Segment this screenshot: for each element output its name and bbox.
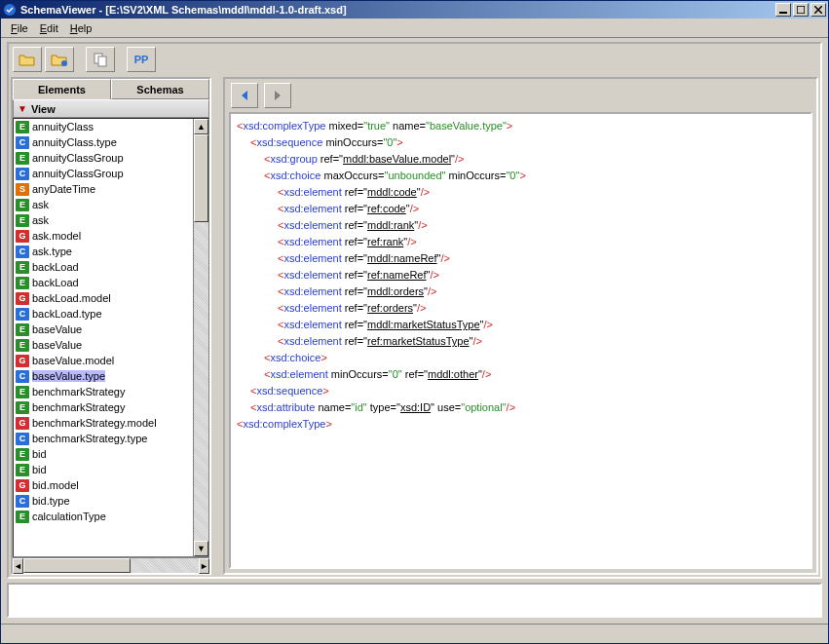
scroll-up-button[interactable]: ▲ bbox=[194, 119, 208, 134]
list-item-label: anyDateTime bbox=[32, 183, 95, 195]
type-badge-icon: E bbox=[16, 339, 29, 352]
list-item[interactable]: EannuityClass bbox=[14, 119, 193, 134]
code-pane[interactable]: <xsd:complexType mixed="true" name="base… bbox=[229, 112, 812, 569]
list-item[interactable]: Cask.type bbox=[14, 244, 193, 259]
list-item-label: benchmarkStrategy bbox=[32, 401, 125, 413]
code-line: <xsd:element ref="mddl:rank"/> bbox=[237, 217, 805, 234]
type-badge-icon: C bbox=[16, 370, 29, 383]
list-item-label: calculationType bbox=[32, 511, 106, 522]
code-line: <xsd:complexType mixed="true" name="base… bbox=[237, 118, 805, 134]
element-list[interactable]: EannuityClassCannuityClass.typeEannuityC… bbox=[14, 119, 193, 556]
list-item[interactable]: EannuityClassGroup bbox=[14, 150, 193, 166]
type-badge-icon: E bbox=[16, 448, 29, 461]
open-button[interactable] bbox=[13, 47, 42, 72]
list-item[interactable]: Gbid.model bbox=[14, 477, 193, 493]
nav-back-button[interactable] bbox=[231, 83, 258, 108]
list-item[interactable]: Ebid bbox=[14, 462, 193, 477]
list-item[interactable]: Cbid.type bbox=[14, 493, 193, 509]
list-item[interactable]: EbackLoad bbox=[14, 275, 193, 290]
scroll-thumb[interactable] bbox=[194, 134, 208, 222]
list-item[interactable]: GbenchmarkStrategy.model bbox=[14, 415, 193, 431]
right-pane: <xsd:complexType mixed="true" name="base… bbox=[223, 77, 818, 575]
maximize-button[interactable] bbox=[793, 3, 809, 17]
code-line: <xsd:element ref="ref:code"/> bbox=[237, 201, 805, 217]
type-badge-icon: E bbox=[16, 401, 29, 414]
scroll-left-button[interactable]: ◄ bbox=[13, 558, 23, 574]
type-badge-icon: G bbox=[16, 479, 29, 492]
list-item[interactable]: EbackLoad bbox=[14, 259, 193, 275]
type-badge-icon: G bbox=[16, 230, 29, 243]
list-item[interactable]: EbenchmarkStrategy bbox=[14, 399, 193, 415]
list-item[interactable]: Eask bbox=[14, 212, 193, 228]
type-badge-icon: E bbox=[16, 261, 29, 274]
code-line: <xsd:attribute name="id" type="xsd:ID" u… bbox=[237, 399, 805, 416]
list-item[interactable]: GbackLoad.model bbox=[14, 290, 193, 306]
copy-button[interactable] bbox=[86, 47, 115, 72]
type-badge-icon: E bbox=[16, 386, 29, 398]
list-item-label: baseValue bbox=[32, 339, 82, 351]
code-line: <xsd:element ref="ref:marketStatusType"/… bbox=[237, 333, 805, 350]
list-item[interactable]: EbenchmarkStrategy bbox=[14, 384, 193, 399]
list-item[interactable]: GbaseValue.model bbox=[14, 353, 193, 368]
pp-icon: PP bbox=[134, 54, 149, 65]
list-item-label: benchmarkStrategy.type bbox=[32, 433, 147, 444]
menu-edit[interactable]: Edit bbox=[34, 20, 64, 35]
pp-button[interactable]: PP bbox=[127, 47, 156, 72]
type-badge-icon: E bbox=[16, 277, 29, 289]
open-schema-button[interactable] bbox=[45, 47, 74, 72]
list-item[interactable]: EbaseValue bbox=[14, 337, 193, 353]
scroll-track[interactable] bbox=[194, 134, 208, 541]
scroll-down-button[interactable]: ▼ bbox=[194, 541, 208, 556]
nav-forward-button[interactable] bbox=[264, 83, 291, 108]
list-item[interactable]: EbaseValue bbox=[14, 322, 193, 337]
list-item-label: backLoad.type bbox=[32, 308, 102, 320]
menu-help[interactable]: Help bbox=[64, 20, 98, 35]
list-item[interactable]: CannuityClassGroup bbox=[14, 166, 193, 181]
list-item[interactable]: CannuityClass.type bbox=[14, 134, 193, 150]
type-badge-icon: C bbox=[16, 136, 29, 149]
titlebar: SchemaViewer - [E:\SV2\XML Schemas\mddl\… bbox=[1, 1, 828, 19]
list-item[interactable]: Ebid bbox=[14, 446, 193, 462]
tab-elements[interactable]: Elements bbox=[13, 79, 111, 99]
left-tabs: Elements Schemas bbox=[13, 79, 209, 99]
list-item-label: benchmarkStrategy bbox=[32, 386, 125, 398]
minimize-button[interactable] bbox=[775, 3, 791, 17]
list-item-label: baseValue.model bbox=[32, 355, 114, 366]
list-item-label: backLoad.model bbox=[32, 292, 111, 304]
list-item[interactable]: CbaseValue.type bbox=[14, 368, 193, 384]
list-item[interactable]: SanyDateTime bbox=[14, 181, 193, 197]
tab-schemas[interactable]: Schemas bbox=[111, 79, 209, 99]
view-header[interactable]: ▼ View bbox=[13, 99, 209, 118]
menu-file[interactable]: File bbox=[5, 20, 34, 35]
list-item-label: ask bbox=[32, 214, 49, 226]
scroll-right-button[interactable]: ► bbox=[199, 558, 209, 574]
list-item[interactable]: CbenchmarkStrategy.type bbox=[14, 431, 193, 446]
list-item[interactable]: Gask.model bbox=[14, 228, 193, 244]
list-item-label: annuityClass.type bbox=[32, 136, 117, 148]
type-badge-icon: C bbox=[16, 308, 29, 321]
list-item-label: benchmarkStrategy.model bbox=[32, 417, 157, 429]
type-badge-icon: G bbox=[16, 292, 29, 305]
code-line: <xsd:group ref="mddl:baseValue.model"/> bbox=[237, 151, 805, 168]
triangle-down-icon: ▼ bbox=[18, 103, 27, 114]
toolbar: PP bbox=[9, 44, 820, 75]
vertical-scrollbar[interactable]: ▲ ▼ bbox=[193, 119, 208, 556]
menubar: File Edit Help bbox=[1, 19, 828, 38]
list-item[interactable]: EcalculationType bbox=[14, 509, 193, 524]
list-item[interactable]: Eask bbox=[14, 197, 193, 212]
svg-rect-5 bbox=[98, 57, 106, 66]
code-line: <xsd:choice> bbox=[237, 350, 805, 366]
hscroll-track[interactable] bbox=[23, 558, 199, 573]
svg-point-3 bbox=[61, 60, 67, 66]
code-line: <xsd:element ref="ref:nameRef"/> bbox=[237, 267, 805, 284]
close-button[interactable] bbox=[810, 3, 826, 17]
type-badge-icon: G bbox=[16, 417, 29, 430]
splitter[interactable] bbox=[215, 77, 219, 575]
list-item[interactable]: CbackLoad.type bbox=[14, 306, 193, 322]
list-item-label: ask.type bbox=[32, 246, 72, 257]
horizontal-scrollbar[interactable]: ◄ ► bbox=[13, 557, 209, 573]
type-badge-icon: C bbox=[16, 433, 29, 445]
element-list-wrap: EannuityClassCannuityClass.typeEannuityC… bbox=[13, 118, 209, 557]
hscroll-thumb[interactable] bbox=[23, 558, 131, 573]
list-item-label: backLoad bbox=[32, 261, 79, 273]
